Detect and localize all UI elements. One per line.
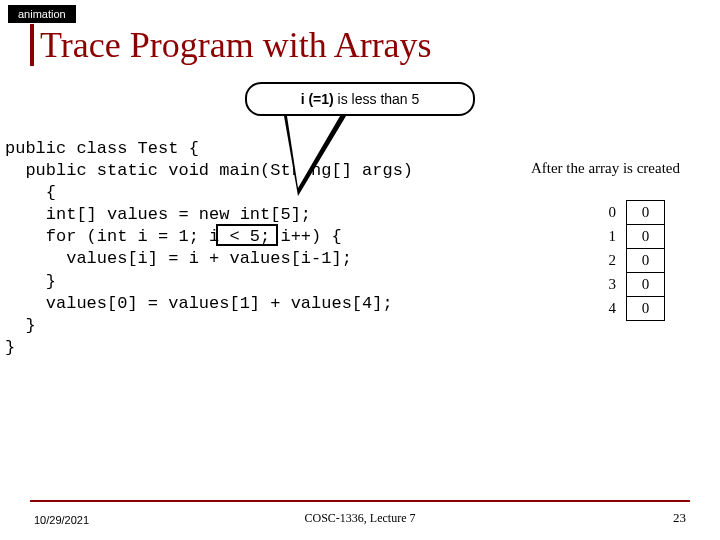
- footer-divider: [30, 500, 690, 502]
- slide-title: Trace Program with Arrays: [34, 24, 432, 66]
- array-index: 1: [605, 225, 627, 249]
- array-index: 2: [605, 249, 627, 273]
- array-value: 0: [627, 273, 665, 297]
- array-caption: After the array is created: [531, 160, 680, 177]
- array-index: 0: [605, 201, 627, 225]
- callout-bubble: i (=1) is less than 5: [245, 82, 475, 116]
- array-value: 0: [627, 225, 665, 249]
- animation-tag: animation: [8, 5, 76, 23]
- title-bar: Trace Program with Arrays: [30, 24, 432, 66]
- array-value: 0: [627, 201, 665, 225]
- footer-page-number: 23: [673, 510, 686, 526]
- array-value: 0: [627, 297, 665, 321]
- code-block: public class Test { public static void m…: [5, 138, 423, 359]
- array-value: 0: [627, 249, 665, 273]
- array-row: 4 0: [605, 297, 665, 321]
- callout-text: i (=1) is less than 5: [301, 91, 420, 107]
- array-table: 0 0 1 0 2 0 3 0 4 0: [605, 200, 666, 321]
- array-index: 4: [605, 297, 627, 321]
- footer-center: COSC-1336, Lecture 7: [0, 511, 720, 526]
- callout-pointer-fill: [287, 116, 340, 188]
- array-row: 1 0: [605, 225, 665, 249]
- array-row: 0 0: [605, 201, 665, 225]
- callout-suffix: 5: [412, 91, 420, 107]
- array-row: 3 0: [605, 273, 665, 297]
- array-row: 2 0: [605, 249, 665, 273]
- callout-mid: is less than: [334, 91, 412, 107]
- array-index: 3: [605, 273, 627, 297]
- callout-prefix: i (=1): [301, 91, 334, 107]
